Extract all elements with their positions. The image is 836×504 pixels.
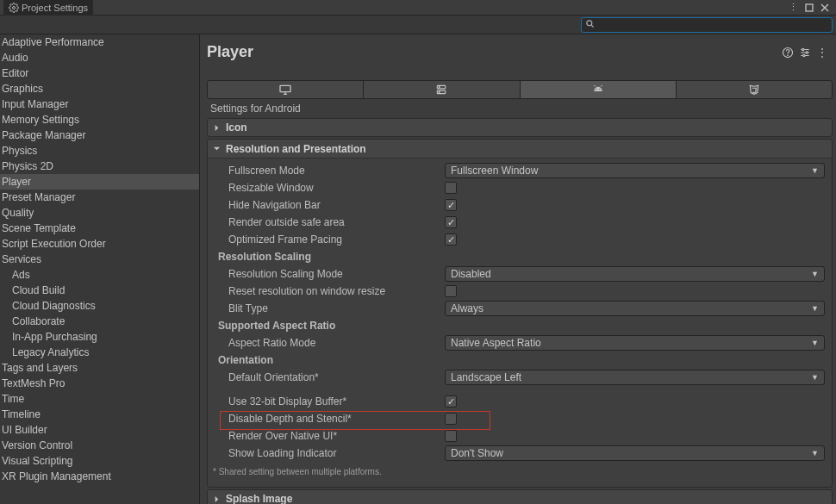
chevron-down-icon: ▼ [811,373,819,382]
label-resizable-window: Resizable Window [225,182,445,194]
foldout-icon[interactable]: Icon [207,118,833,137]
sidebar-item-visual-scripting[interactable]: Visual Scripting [0,453,199,469]
sidebar-item-timeline[interactable]: Timeline [0,407,199,422]
svg-point-13 [596,89,596,90]
sidebar-item-physics[interactable]: Physics [0,143,199,159]
sidebar-item-memory-settings[interactable]: Memory Settings [0,112,199,128]
sidebar-item-tags-and-layers[interactable]: Tags and Layers [0,360,199,376]
platform-tab-android[interactable] [520,80,677,99]
sidebar-item-scene-template[interactable]: Scene Template [0,221,199,236]
row-resizable-window: Resizable Window [208,179,832,196]
foldout-resolution[interactable]: Resolution and Presentation [208,140,832,159]
sidebar-item-cloud-build[interactable]: Cloud Build [0,283,199,298]
dropdown-show-loading[interactable]: Don't Show ▼ [445,445,825,461]
row-render-over-native: Render Over Native UI* [208,427,832,445]
checkbox-reset-on-resize[interactable] [445,285,457,297]
sidebar-item-player[interactable]: Player [0,174,199,190]
kebab-icon[interactable]: ⋮ [815,46,829,59]
checkbox-use-32bit[interactable] [445,395,457,408]
row-resolution-scaling-mode: Resolution Scaling Mode Disabled ▼ [208,265,832,283]
sidebar-item-audio[interactable]: Audio [0,50,199,65]
dropdown-resolution-scaling-mode[interactable]: Disabled ▼ [445,266,825,282]
platform-tabs [207,80,833,99]
dropdown-default-orientation[interactable]: Landscape Left ▼ [445,370,825,385]
foldout-icon-label: Icon [226,121,247,134]
row-render-outside-safe: Render outside safe area [208,214,832,231]
sidebar-item-services[interactable]: Services [0,252,199,267]
checkbox-disable-depth-stencil[interactable] [445,413,457,425]
sidebar-item-package-manager[interactable]: Package Manager [0,128,199,143]
svg-point-7 [803,54,805,56]
label-blit-type: Blit Type [225,302,445,314]
row-aspect-ratio-mode: Aspect Ratio Mode Native Aspect Ratio ▼ [208,334,832,352]
sidebar-item-input-manager[interactable]: Input Manager [0,96,199,112]
svg-point-11 [440,87,440,88]
sidebar-item-script-execution-order[interactable]: Script Execution Order [0,236,199,252]
chevron-right-icon [213,495,221,503]
sidebar-item-legacy-analytics[interactable]: Legacy Analytics [0,345,199,360]
label-use-32bit: Use 32-bit Display Buffer* [225,395,445,408]
dropdown-fullscreen-mode[interactable]: Fullscreen Window ▼ [445,163,825,178]
checkbox-render-outside-safe[interactable] [445,216,457,228]
sidebar-item-ads[interactable]: Ads [0,267,199,283]
panel-header: Player ⋮ [200,34,836,66]
maximize-icon[interactable] [802,3,817,12]
shared-settings-note: * Shared setting between multiple platfo… [208,462,832,482]
sidebar-item-version-control[interactable]: Version Control [0,438,199,453]
label-disable-depth-stencil: Disable Depth and Stencil* [225,413,445,425]
sidebar-item-ui-builder[interactable]: UI Builder [0,422,199,438]
sidebar-item-editor[interactable]: Editor [0,65,199,81]
svg-point-2 [587,20,592,25]
sidebar-item-collaborate[interactable]: Collaborate [0,314,199,329]
svg-point-6 [806,51,808,53]
close-icon[interactable] [817,3,833,12]
sidebar-item-in-app-purchasing[interactable]: In-App Purchasing [0,329,199,345]
main-panel: Player ⋮ [200,34,836,504]
foldout-splash[interactable]: Splash Image [207,489,833,504]
subhead-resolution-scaling: Resolution Scaling [208,248,832,265]
checkbox-render-over-native[interactable] [445,430,457,442]
label-fullscreen-mode: Fullscreen Mode [225,165,445,177]
dropdown-blit-type-value: Always [451,302,811,314]
sidebar-item-graphics[interactable]: Graphics [0,81,199,96]
checkbox-optimized-frame-pacing[interactable] [445,233,457,246]
preset-icon[interactable] [798,46,812,59]
dropdown-aspect-ratio-mode[interactable]: Native Aspect Ratio ▼ [445,335,825,351]
platform-tab-webgl[interactable] [676,80,833,99]
panel-scroll[interactable]: Settings for Android Icon Resolution and… [200,66,836,504]
label-hide-nav: Hide Navigation Bar [225,199,445,211]
foldout-resolution-label: Resolution and Presentation [226,143,366,155]
checkbox-resizable-window[interactable] [445,182,457,194]
row-disable-depth-stencil: Disable Depth and Stencil* [208,410,832,427]
search-icon [585,19,595,31]
chevron-right-icon [213,124,221,132]
sidebar-item-preset-manager[interactable]: Preset Manager [0,190,199,205]
dropdown-aspect-ratio-mode-value: Native Aspect Ratio [451,337,811,349]
chevron-down-icon: ▼ [811,270,819,278]
search-input[interactable] [598,19,828,31]
sidebar-item-cloud-diagnostics[interactable]: Cloud Diagnostics [0,298,199,314]
search-input-container[interactable] [581,17,833,33]
dropdown-blit-type[interactable]: Always ▼ [445,301,825,316]
sidebar-item-quality[interactable]: Quality [0,205,199,221]
window-tab[interactable]: Project Settings [3,0,93,16]
help-icon[interactable] [781,46,795,59]
label-reset-on-resize: Reset resolution on window resize [225,285,445,297]
label-optimized-frame-pacing: Optimized Frame Pacing [225,233,445,246]
sidebar-item-time[interactable]: Time [0,391,199,407]
sidebar-item-textmesh-pro[interactable]: TextMesh Pro [0,376,199,391]
sidebar[interactable]: Adaptive PerformanceAudioEditorGraphicsI… [0,34,200,504]
label-show-loading: Show Loading Indicator [225,447,445,459]
checkbox-hide-nav[interactable] [445,199,457,211]
sidebar-item-adaptive-performance[interactable]: Adaptive Performance [0,34,199,50]
platform-tab-dedicated-server[interactable] [363,80,520,99]
svg-point-14 [599,89,600,90]
sidebar-item-physics-2d[interactable]: Physics 2D [0,159,199,174]
label-default-orientation: Default Orientation* [225,371,445,383]
label-aspect-ratio-mode: Aspect Ratio Mode [225,337,445,349]
sidebar-item-xr-plugin-management[interactable]: XR Plugin Management [0,469,199,484]
subhead-supported-aspect: Supported Aspect Ratio [208,317,832,334]
platform-tab-standalone[interactable] [207,80,364,99]
chevron-down-icon: ▼ [811,166,819,175]
kebab-icon[interactable]: ⋮ [785,2,802,13]
